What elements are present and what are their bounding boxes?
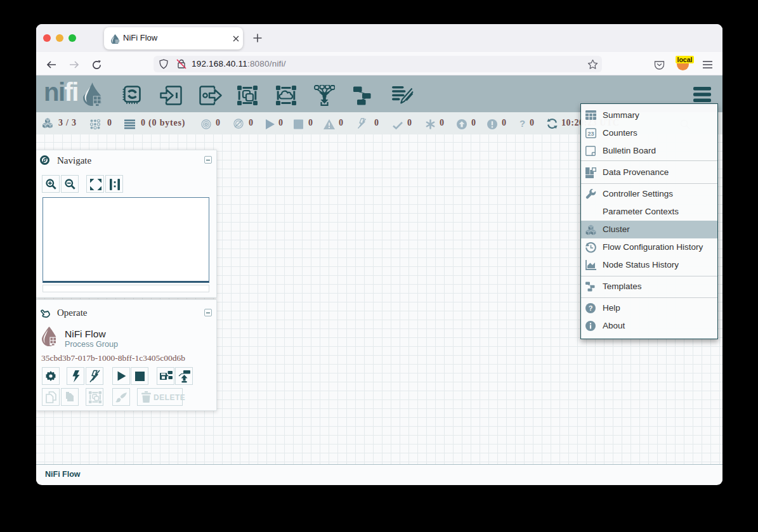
- svg-text:?: ?: [589, 304, 593, 312]
- svg-text:23: 23: [587, 131, 594, 137]
